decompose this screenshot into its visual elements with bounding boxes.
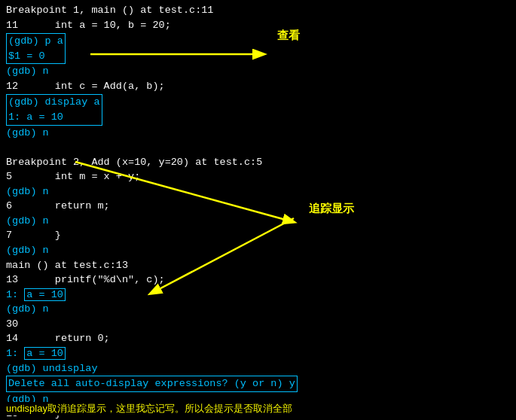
line-12: 5 int m = x + y; bbox=[6, 169, 510, 184]
line-1: Breakpoint 1, main () at test.c:11 bbox=[6, 3, 510, 18]
line-5: (gdb) n bbox=[6, 64, 510, 79]
line-16: 7 } bbox=[6, 228, 510, 243]
line-20: 1: a = 10 bbox=[6, 288, 510, 303]
line-23: 14 return 0; bbox=[6, 331, 510, 346]
line-14: 6 return m; bbox=[6, 199, 510, 214]
line-22: 30 bbox=[6, 317, 510, 332]
terminal: Breakpoint 1, main () at test.c:11 11 in… bbox=[0, 0, 516, 420]
annotation-kakan: 查看 bbox=[277, 29, 300, 43]
line-2: 11 int a = 10, b = 20; bbox=[6, 18, 510, 33]
line-21: (gdb) n bbox=[6, 302, 510, 317]
line-24: 1: a = 10 bbox=[6, 346, 510, 361]
line-25: (gdb) undisplay bbox=[6, 361, 510, 376]
terminal-content: Breakpoint 1, main () at test.c:11 11 in… bbox=[6, 3, 510, 420]
line-17: (gdb) n bbox=[6, 243, 510, 258]
line-7-8: (gdb) display a1: a = 10 bbox=[6, 94, 102, 125]
line-3: (gdb) p a$1 = 0 bbox=[6, 33, 66, 64]
line-6: 12 int c = Add(a, b); bbox=[6, 79, 510, 94]
line-13: (gdb) n bbox=[6, 184, 510, 199]
line-11: Breakpoint 2, Add (x=10, y=20) at test.c… bbox=[6, 155, 510, 170]
line-26: Delete all auto-display expressions? (y … bbox=[6, 376, 298, 392]
line-18: main () at test.c:13 bbox=[6, 258, 510, 273]
line-19: 13 printf("%d\n", c); bbox=[6, 272, 510, 288]
bottom-label: undisplay取消追踪显示，这里我忘记写。所以会提示是否取消全部 bbox=[0, 402, 516, 415]
line-9: (gdb) n bbox=[6, 126, 510, 141]
line-blank bbox=[6, 140, 510, 155]
annotation-track: 追踪显示 bbox=[309, 202, 354, 216]
line-15: (gdb) n bbox=[6, 214, 510, 229]
